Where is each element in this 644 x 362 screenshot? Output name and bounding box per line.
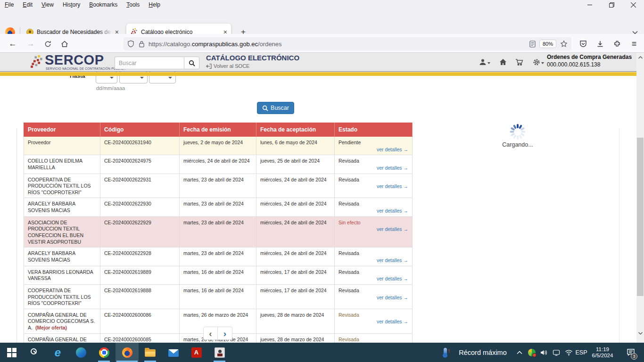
ver-detalles-link[interactable]: ver detalles → — [377, 226, 408, 232]
taskbar-edge-icon[interactable] — [69, 343, 92, 362]
cell-fecha-aceptacion: jueves, 28 de marzo de 2024 — [256, 309, 335, 333]
cell-fecha-emision: jueves, 2 de mayo de 2024 — [180, 137, 256, 155]
weather-thermometer-icon[interactable]: ↑ — [440, 343, 454, 362]
taskbar-chrome-icon[interactable] — [92, 343, 116, 362]
language-indicator[interactable]: ESP — [574, 343, 588, 362]
home-icon[interactable] — [499, 58, 507, 66]
taskbar-robot-app-icon[interactable] — [208, 343, 231, 362]
settings-gear-icon[interactable] — [533, 58, 544, 66]
clock[interactable]: 11:196/5/2024 — [588, 343, 617, 362]
container-left-border — [17, 128, 17, 362]
cell-codigo: CE-20240002622929 — [100, 216, 180, 247]
menu-file[interactable]: File — [5, 1, 14, 8]
notification-count-badge: 3 — [631, 353, 637, 360]
order-row: ARACELY BARBARA SOVENIS MACIAS CE-202400… — [24, 247, 413, 266]
buscar-button[interactable]: Buscar — [257, 102, 294, 114]
cell-estado: Pendiente ver detalles → — [335, 137, 413, 155]
orders-counter-label: Ordenes de Compra Generadas — [547, 54, 632, 60]
cell-estado: Revisada ver detalles → — [335, 173, 413, 198]
cell-fecha-aceptacion: miércoles, 17 de abril de 2024 — [256, 266, 335, 284]
lock-icon[interactable] — [139, 41, 145, 48]
cell-fecha-emision: martes, 16 de abril de 2024 — [180, 266, 256, 284]
taskbar-start-icon[interactable] — [0, 343, 23, 362]
menu-help[interactable]: Help — [149, 1, 160, 8]
close-icon[interactable] — [622, 0, 644, 9]
volume-icon[interactable] — [538, 343, 550, 362]
home-icon[interactable] — [58, 38, 71, 50]
order-row: COOPERATIVA DE PRODUCCIÓN TEXTIL LOS RÍO… — [24, 173, 413, 198]
cell-fecha-aceptacion: miércoles, 24 de abril de 2024 — [256, 216, 335, 247]
scroll-up-icon[interactable] — [636, 54, 644, 61]
catalog-search-input[interactable] — [115, 57, 184, 69]
orders-table: Proveedor Código Fecha de emisión Fecha … — [24, 123, 413, 358]
catalog-search-button[interactable] — [184, 57, 199, 69]
back-icon[interactable]: ← — [7, 38, 19, 50]
cart-icon[interactable] — [515, 58, 524, 66]
volver-al-soce-link[interactable]: Volver al SOCE — [206, 63, 249, 69]
ver-detalles-link[interactable]: ver detalles → — [377, 183, 408, 189]
cell-codigo: CE-20240002619888 — [100, 284, 180, 309]
cell-estado: Revisada ver detalles → — [335, 309, 413, 333]
wifi-icon[interactable] — [563, 343, 574, 362]
zoom-level-chip[interactable]: 80% — [539, 40, 556, 48]
restore-icon[interactable] — [601, 0, 622, 9]
forward-icon[interactable]: → — [25, 38, 37, 50]
bookmark-star-icon[interactable] — [560, 40, 568, 48]
cell-proveedor: ARACELY BARBARA SOVENIS MACIAS — [24, 247, 100, 266]
page-scrollbar[interactable] — [636, 53, 644, 343]
menu-history[interactable]: History — [63, 1, 80, 8]
hamburger-menu-icon[interactable]: ≡ — [630, 40, 638, 48]
weather-text[interactable]: Récord máximo — [454, 343, 511, 362]
acrobat-icon: A — [191, 347, 202, 358]
minimize-icon[interactable] — [579, 0, 601, 9]
search-icon — [262, 105, 268, 111]
notification-center-icon[interactable]: 3 — [621, 343, 640, 362]
taskbar-acrobat-icon[interactable]: A — [185, 343, 208, 362]
sercop-brand[interactable]: SERCOP — [45, 52, 104, 68]
taskbar-internet-explorer-icon[interactable]: e — [46, 343, 69, 362]
download-icon[interactable] — [596, 40, 604, 48]
menu-view[interactable]: View — [41, 1, 54, 8]
reader-mode-icon[interactable] — [529, 41, 536, 48]
menu-bookmarks[interactable]: Bookmarks — [89, 1, 117, 8]
taskbar-firefox-icon[interactable] — [116, 343, 139, 362]
pocket-icon[interactable] — [579, 40, 587, 48]
url-bar[interactable]: https://catalogo.compraspublicas.gob.ec/… — [124, 37, 571, 50]
ver-detalles-link[interactable]: ver detalles → — [377, 276, 408, 281]
sercop-brand-subtitle: SERVICIO NACIONAL DE CONTRATACIÓN PÚBLIC… — [46, 67, 125, 70]
user-account-icon[interactable] — [479, 58, 490, 66]
cell-proveedor: ARACELY BARBARA SOVENIS MACIAS — [24, 198, 100, 216]
menu-edit[interactable]: Edit — [23, 1, 33, 8]
ver-detalles-link[interactable]: ver detalles → — [377, 257, 408, 263]
reload-icon[interactable] — [41, 38, 54, 50]
tray-expand-chevron-icon[interactable] — [514, 343, 525, 362]
antivirus-icon[interactable] — [526, 343, 537, 362]
taskbar-file-explorer-icon[interactable] — [139, 343, 162, 362]
cell-estado: Revisada ver detalles → — [335, 155, 413, 173]
tab-bar: Buscador de Necesidades de Co × Catálogo… — [0, 9, 644, 34]
cell-codigo: CE-20240002600086 — [100, 309, 180, 333]
extensions-icon[interactable] — [613, 40, 621, 48]
shield-icon[interactable] — [127, 40, 134, 48]
taskbar-search-icon[interactable] — [23, 343, 46, 362]
display-cast-icon[interactable] — [551, 343, 562, 362]
taskbar-mail-icon[interactable] — [162, 343, 185, 362]
ver-detalles-link[interactable]: ver detalles → — [377, 208, 408, 214]
cell-estado: Revisada ver detalles → — [335, 247, 413, 266]
caret-down-icon — [541, 62, 544, 64]
next-page-button[interactable]: › — [218, 327, 232, 340]
cell-proveedor: VERA BARRIOS LEONARDA VANESSA — [24, 266, 100, 284]
orders-counter: Ordenes de Compra Generadas 000.000.002.… — [547, 54, 632, 68]
ver-detalles-link[interactable]: ver detalles → — [377, 319, 408, 324]
scroll-down-icon[interactable] — [636, 329, 644, 337]
prev-page-button[interactable]: ‹ — [203, 327, 218, 340]
estado-value: Revisada — [335, 309, 412, 319]
ver-detalles-link[interactable]: ver detalles → — [377, 295, 408, 300]
cell-codigo: CE-20240002619889 — [100, 266, 180, 284]
scrollbar-thumb[interactable] — [637, 138, 644, 296]
ver-detalles-link[interactable]: ver detalles → — [377, 147, 408, 152]
menu-tools[interactable]: Tools — [126, 1, 140, 8]
col-fecha-emision: Fecha de emisión — [180, 123, 256, 137]
container-right-border — [619, 128, 619, 362]
ver-detalles-link[interactable]: ver detalles → — [377, 165, 408, 171]
